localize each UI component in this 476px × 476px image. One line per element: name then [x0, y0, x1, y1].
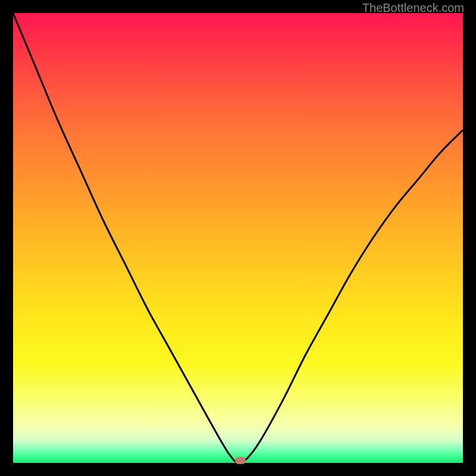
curve-svg [13, 13, 463, 463]
bottleneck-curve-path [13, 13, 463, 463]
optimal-point-marker [235, 457, 246, 464]
bottleneck-chart [13, 13, 463, 463]
watermark-text: TheBottleneck.com [362, 1, 464, 15]
